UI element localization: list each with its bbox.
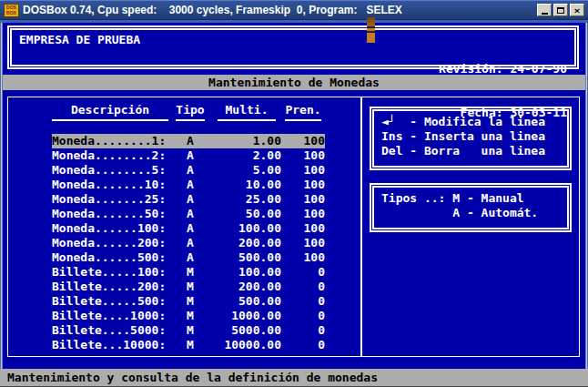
cell-descripcion: Billete....5000: [52,323,168,338]
cell-pren: 0 [281,294,325,309]
table-row[interactable]: Moneda.......25: A 25.00 100 [52,192,325,207]
maximize-button[interactable] [553,4,568,16]
cell-descripcion: Billete.....100: [52,265,168,280]
cell-multi: 25.00 [212,192,281,207]
minimize-button[interactable] [537,4,552,16]
cell-pren: 100 [281,207,325,221]
status-bar: Mantenimiento y consulta de la definició… [0,369,588,387]
help-insert-line: Ins - Inserta una linea [381,129,567,144]
dosbox-window: DOS BOX DOSBox 0.74, Cpu speed: 3000 cyc… [0,0,588,387]
cell-descripcion: Moneda........2: [52,148,168,163]
cell-descripcion: Billete.....200: [52,280,168,294]
cell-multi: 1000.00 [212,309,281,323]
company-name: EMPRESA DE PRUEBA [19,33,140,65]
table-row[interactable]: Moneda........1: A 1.00 100 [52,134,325,148]
cell-tipo: A [168,134,212,148]
cell-pren: 100 [281,250,325,265]
table-row[interactable]: Moneda......500: A 500.00 100 [52,250,325,265]
cell-pren: 0 [281,280,325,294]
close-button[interactable]: × [570,4,584,16]
cell-descripcion: Moneda........1: [52,134,168,148]
cell-tipo: M [168,338,212,352]
dos-screen: EMPRESA DE PRUEBA Revisión: 24-07-90 Fec… [3,23,585,387]
cell-tipo: A [168,236,212,250]
table-row[interactable]: Moneda......100: A 100.00 100 [52,221,325,236]
table-row[interactable]: Billete.....200: M 200.00 0 [52,280,325,294]
table-row[interactable]: Billete....1000: M 1000.00 0 [52,309,325,323]
table-header-underline [52,119,325,132]
monedas-table-box: Descripción Tipo Multi. Pren. Moneda....… [7,97,361,357]
cursor-artifact-stripe [367,31,375,33]
table-row[interactable]: Moneda........2: A 2.00 100 [52,148,325,163]
cell-multi: 5.00 [212,163,281,178]
cell-tipo: M [168,280,212,294]
cell-multi: 50.00 [212,207,281,221]
table-rows: Moneda........1: A 1.00 100 Moneda......… [8,134,360,352]
cell-descripcion: Moneda......500: [52,250,168,265]
window-title: DOSBox 0.74, Cpu speed: 3000 cycles, Fra… [23,4,537,16]
dosbox-app-icon: DOS BOX [4,4,19,17]
cell-pren: 100 [281,148,325,163]
help-enter-line: ◄┘ - Modifica la linea [381,115,567,129]
column-header-descripcion: Descripción [52,103,168,117]
cell-multi: 10.00 [212,178,281,192]
cell-multi: 100.00 [212,265,281,280]
table-row[interactable]: Moneda.......50: A 50.00 100 [52,207,325,221]
cell-pren: 100 [281,134,325,148]
cell-pren: 0 [281,338,325,352]
cell-pren: 0 [281,323,325,338]
cell-multi: 500.00 [212,294,281,309]
cell-tipo: A [168,178,212,192]
cell-multi: 100.00 [212,221,281,236]
revision-block: Revisión: 24-07-90 Fecha: 30-03-11 [439,33,567,65]
cell-tipo: A [168,250,212,265]
table-row[interactable]: Moneda.......10: A 10.00 100 [52,178,325,192]
cell-tipo: M [168,323,212,338]
cell-pren: 0 [281,265,325,280]
titlebar[interactable]: DOS BOX DOSBox 0.74, Cpu speed: 3000 cyc… [0,0,588,20]
cell-descripcion: Moneda......200: [52,236,168,250]
table-row[interactable]: Billete...10000: M 10000.00 0 [52,338,325,352]
tipos-manual-line: Tipos ..: M - Manual [381,191,567,206]
dosbox-icon-text-top: DOS [5,5,18,10]
help-panel: ◄┘ - Modifica la linea Ins - Inserta una… [361,97,580,357]
cell-descripcion: Billete...10000: [52,338,168,352]
minimize-icon [542,13,548,15]
cell-pren: 0 [281,309,325,323]
table-row[interactable]: Moneda......200: A 200.00 100 [52,236,325,250]
cell-descripcion: Moneda.......10: [52,178,168,192]
cell-descripcion: Moneda........5: [52,163,168,178]
window-controls: × [537,4,584,16]
tipos-auto-line: A - Automát. [381,206,567,220]
table-row[interactable]: Billete.....100: M 100.00 0 [52,265,325,280]
cell-descripcion: Moneda.......50: [52,207,168,221]
cell-tipo: M [168,294,212,309]
cell-multi: 200.00 [212,280,281,294]
table-row[interactable]: Moneda........5: A 5.00 100 [52,163,325,178]
cell-tipo: M [168,265,212,280]
section-title-bar: Mantenimiento de Monedas [3,75,585,90]
cell-descripcion: Moneda......100: [52,221,168,236]
table-row[interactable]: Billete....5000: M 5000.00 0 [52,323,325,338]
cell-tipo: A [168,207,212,221]
cell-multi: 1.00 [212,134,281,148]
table-row[interactable]: Billete.....500: M 500.00 0 [52,294,325,309]
column-header-multi: Multi. [212,103,281,117]
cell-pren: 100 [281,236,325,250]
cell-multi: 200.00 [212,236,281,250]
cell-multi: 2.00 [212,148,281,163]
help-delete-line: Del - Borra una linea [381,144,567,158]
column-header-pren: Pren. [281,103,325,117]
cell-pren: 100 [281,221,325,236]
close-icon: × [574,6,580,15]
mouse-cursor-artifact [367,17,375,43]
cell-multi: 10000.00 [212,338,281,352]
cell-tipo: A [168,148,212,163]
cell-descripcion: Moneda.......25: [52,192,168,207]
cell-pren: 100 [281,163,325,178]
cell-descripcion: Billete....1000: [52,309,168,323]
cell-descripcion: Billete.....500: [52,294,168,309]
column-header-tipo: Tipo [168,103,212,117]
cell-multi: 5000.00 [212,323,281,338]
cell-pren: 100 [281,178,325,192]
